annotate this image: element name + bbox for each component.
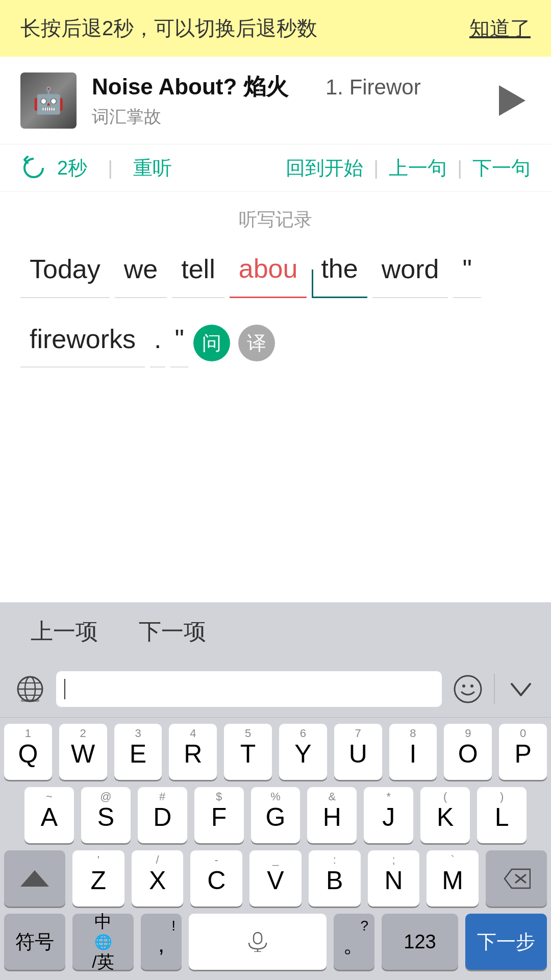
svg-point-8 — [470, 684, 473, 688]
key-n[interactable]: ;N — [368, 850, 420, 906]
next-item-btn[interactable]: 下一项 — [139, 617, 206, 647]
chinese-key-suffix: /英 — [92, 950, 114, 974]
key-b[interactable]: :B — [309, 850, 361, 906]
album-art-image: 🤖 — [20, 72, 77, 129]
banner-link[interactable]: 知道了 — [469, 14, 531, 42]
banner-text: 长按后退2秒，可以切换后退秒数 — [20, 14, 317, 42]
key-t[interactable]: 5T — [224, 724, 272, 780]
key-s[interactable]: @S — [81, 787, 131, 843]
ctrl-relisten[interactable]: 重听 — [133, 155, 172, 181]
key-i[interactable]: 8I — [389, 724, 437, 780]
word-word: word — [372, 248, 448, 298]
key-r[interactable]: 4R — [169, 724, 217, 780]
back-to-start-btn[interactable]: 回到开始 — [286, 155, 363, 181]
key-k[interactable]: (K — [420, 787, 470, 843]
key-q[interactable]: 1Q — [4, 724, 52, 780]
player-title: Noise About? 焰火 1. Firewor — [92, 72, 474, 102]
word-tell: tell — [172, 248, 224, 298]
keyboard-rows: 1Q 2W 3E 4R 5T 6Y 7U 8I 9O 0P ~A @S #D $… — [0, 718, 551, 970]
dictation-line2: fireworks . " 问 译 — [0, 313, 551, 378]
period-key[interactable]: ? 。 — [334, 914, 374, 970]
symbols-key[interactable]: 符号 — [4, 914, 65, 970]
keyboard-wrapper: 上一项 下一项 — [0, 602, 551, 980]
translate-badge[interactable]: 译 — [238, 325, 275, 361]
delete-key[interactable] — [486, 850, 547, 906]
text-input-field[interactable] — [56, 671, 442, 707]
delete-icon — [503, 867, 531, 890]
key-l[interactable]: )L — [477, 787, 527, 843]
key-j[interactable]: *J — [364, 787, 413, 843]
shift-key[interactable] — [4, 850, 65, 906]
key-row-1: 1Q 2W 3E 4R 5T 6Y 7U 8I 9O 0P — [4, 724, 547, 780]
controls-row: 2秒 | 重听 回到开始 | 上一句 | 下一句 — [0, 144, 551, 192]
key-u[interactable]: 7U — [334, 724, 382, 780]
ask-badge[interactable]: 问 — [193, 325, 230, 361]
word-fireworks[interactable]: fireworks — [20, 318, 145, 368]
word-today: Today — [20, 248, 110, 298]
question-label: ? — [360, 918, 368, 934]
album-art: 🤖 — [20, 72, 77, 129]
play-button[interactable] — [490, 80, 531, 121]
dictation-label: 听写记录 — [0, 192, 551, 237]
nav-bar: 上一项 下一项 — [0, 602, 551, 661]
globe-keyboard-icon — [15, 674, 45, 704]
chinese-key-label: 中 — [94, 910, 112, 934]
play-icon — [499, 85, 525, 116]
next-step-key[interactable]: 下一步 — [465, 914, 547, 970]
globe-small-icon: 🌐 — [94, 934, 112, 950]
next-sentence-btn[interactable]: 下一句 — [472, 155, 531, 181]
punct-quote-close: " — [170, 318, 188, 368]
ctrl-seconds[interactable]: 2秒 — [57, 155, 87, 181]
key-e[interactable]: 3E — [114, 724, 162, 780]
prev-item-btn[interactable]: 上一项 — [31, 617, 98, 647]
replay-icon[interactable] — [20, 155, 47, 181]
chevron-down-icon — [506, 674, 536, 704]
comma-label: ! — [171, 918, 176, 934]
key-o[interactable]: 9O — [444, 724, 492, 780]
prev-sentence-btn[interactable]: 上一句 — [389, 155, 447, 181]
key-row-2: ~A @S #D $F %G &H *J (K )L — [4, 787, 547, 843]
svg-point-6 — [455, 676, 481, 702]
comma-char: , — [158, 932, 164, 957]
comma-key[interactable]: ! , — [141, 914, 182, 970]
key-y[interactable]: 6Y — [279, 724, 327, 780]
punct-period: . — [150, 318, 165, 368]
key-f[interactable]: $F — [194, 787, 244, 843]
key-p[interactable]: 0P — [499, 724, 547, 780]
input-bar — [0, 661, 551, 718]
svg-point-7 — [462, 684, 465, 688]
word-quote-open: " — [453, 248, 481, 298]
input-cursor — [64, 679, 65, 699]
word-the: the — [312, 248, 367, 298]
emoji-button[interactable] — [450, 671, 486, 707]
key-w[interactable]: 2W — [59, 724, 107, 780]
player-subtitle: 词汇掌故 — [92, 105, 474, 129]
player-row: 🤖 Noise About? 焰火 1. Firewor 词汇掌故 — [0, 57, 551, 144]
keyboard-down-button[interactable] — [503, 671, 539, 707]
key-x[interactable]: /X — [132, 850, 184, 906]
word-abou[interactable]: abou — [230, 248, 307, 298]
key-z[interactable]: 'Z — [72, 850, 124, 906]
key-h[interactable]: &H — [307, 787, 357, 843]
emoji-icon — [453, 674, 483, 704]
svg-rect-5 — [21, 699, 39, 702]
ctrl-left: 2秒 | 重听 — [20, 155, 286, 181]
input-divider — [494, 674, 495, 704]
key-g[interactable]: %G — [251, 787, 300, 843]
space-key[interactable] — [189, 914, 327, 970]
word-we: we — [115, 248, 167, 298]
key-row-4: 符号 中🌐/英 ! , ? 。 123 下一步 — [4, 914, 547, 970]
key-row-3: 'Z /X -C _V :B ;N `M — [4, 850, 547, 906]
key-m[interactable]: `M — [427, 850, 479, 906]
key-d[interactable]: #D — [138, 787, 187, 843]
numbers-key[interactable]: 123 — [382, 914, 458, 970]
svg-rect-11 — [254, 933, 262, 944]
key-v[interactable]: _V — [249, 850, 302, 906]
dictation-line1: Today we tell abou the word " — [0, 237, 551, 313]
top-banner: 长按后退2秒，可以切换后退秒数 知道了 — [0, 0, 551, 57]
chinese-key[interactable]: 中🌐/英 — [72, 914, 134, 970]
shift-icon — [20, 870, 49, 887]
key-a[interactable]: ~A — [24, 787, 74, 843]
key-c[interactable]: -C — [190, 850, 242, 906]
globe-keyboard-btn[interactable] — [12, 671, 48, 707]
